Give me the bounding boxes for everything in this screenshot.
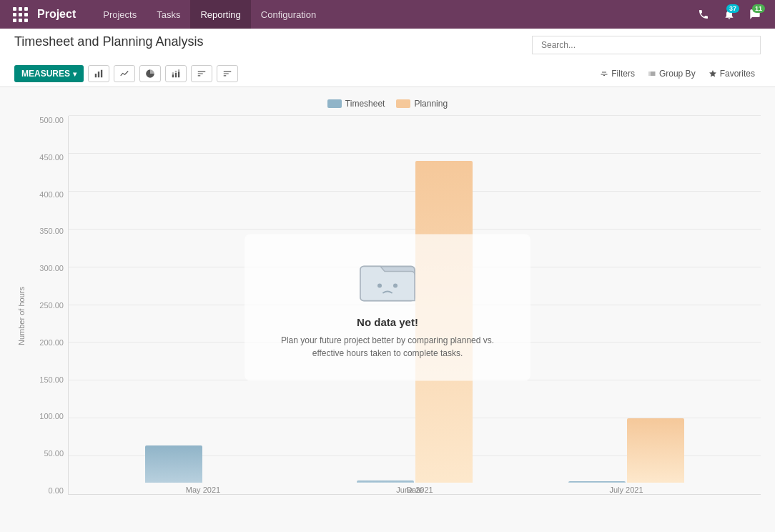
legend-timesheet: Timesheet bbox=[327, 99, 385, 109]
x-label-may: May 2021 bbox=[186, 486, 220, 494]
svg-rect-2 bbox=[101, 70, 102, 78]
notification-badge: 37 bbox=[726, 4, 739, 13]
header-row1: Timesheet and Planning Analysis bbox=[0, 29, 775, 61]
filter-group: Filters Group By Favorites bbox=[594, 66, 761, 82]
search-input[interactable] bbox=[532, 36, 761, 54]
apps-grid-icon bbox=[13, 7, 28, 22]
empty-state-title: No data yet! bbox=[273, 316, 502, 328]
line-chart-button[interactable] bbox=[114, 65, 135, 82]
groupby-label: Group By bbox=[659, 69, 696, 79]
x-axis-title: Date bbox=[406, 486, 423, 494]
empty-state-description: Plan your future project better by compa… bbox=[273, 334, 502, 360]
y-tick-200: 200.00 bbox=[39, 338, 64, 347]
favorites-label: Favorites bbox=[720, 69, 755, 79]
measures-label: MEASURES bbox=[21, 69, 70, 79]
bar-may-planning bbox=[204, 481, 261, 483]
y-tick-350: 350.00 bbox=[39, 227, 64, 235]
y-tick-0: 0.00 bbox=[49, 486, 64, 495]
legend-timesheet-color bbox=[327, 99, 342, 108]
bar-pair-may bbox=[139, 445, 267, 483]
stack-chart-button[interactable] bbox=[165, 65, 187, 82]
filters-button[interactable]: Filters bbox=[594, 66, 641, 82]
navbar-item-configuration[interactable]: Configuration bbox=[251, 0, 326, 29]
toolbar: MEASURES ▾ Filters Group By Favorites bbox=[0, 61, 775, 87]
bar-chart-button[interactable] bbox=[88, 65, 109, 82]
y-tick-50: 50.00 bbox=[44, 449, 64, 458]
filters-label: Filters bbox=[611, 69, 635, 79]
navbar-right: 37 11 bbox=[692, 3, 766, 26]
svg-rect-6 bbox=[175, 71, 177, 72]
groupby-button[interactable]: Group By bbox=[642, 66, 701, 82]
y-tick-450: 450.00 bbox=[39, 153, 64, 162]
navbar-brand: Project bbox=[31, 8, 82, 21]
svg-rect-7 bbox=[178, 72, 179, 77]
chart-legend: Timesheet Planning bbox=[14, 99, 761, 109]
y-tick-100: 100.00 bbox=[39, 412, 64, 420]
navbar: Project Projects Tasks Reporting Configu… bbox=[0, 0, 775, 29]
y-tick-150: 150.00 bbox=[39, 375, 64, 384]
empty-folder-icon bbox=[359, 256, 416, 302]
legend-planning-color bbox=[396, 99, 410, 108]
measures-caret-icon: ▾ bbox=[73, 70, 76, 78]
svg-rect-8 bbox=[178, 69, 179, 71]
bar-group-july: July 2021 bbox=[562, 418, 691, 494]
svg-rect-5 bbox=[175, 73, 177, 77]
svg-point-11 bbox=[393, 284, 398, 288]
navbar-item-reporting[interactable]: Reporting bbox=[190, 0, 250, 29]
y-ticks: 500.00 450.00 400.00 350.00 300.00 250.0… bbox=[29, 116, 68, 495]
measures-button[interactable]: MEASURES ▾ bbox=[14, 65, 84, 82]
y-axis-label: Number of hours bbox=[14, 116, 29, 516]
x-label-july: July 2021 bbox=[609, 486, 643, 494]
favorites-button[interactable]: Favorites bbox=[703, 66, 761, 82]
bar-june-timesheet bbox=[357, 481, 414, 483]
svg-rect-4 bbox=[172, 72, 174, 74]
legend-planning: Planning bbox=[396, 99, 448, 109]
bar-july-timesheet bbox=[568, 481, 626, 483]
bar-pair-july bbox=[562, 418, 691, 483]
chat-badge: 11 bbox=[752, 4, 765, 13]
y-tick-400: 400.00 bbox=[39, 190, 64, 199]
empty-state: No data yet! Plan your future project be… bbox=[245, 235, 530, 381]
bar-group-may: May 2021 bbox=[139, 445, 267, 494]
legend-planning-label: Planning bbox=[414, 99, 448, 109]
navbar-item-projects[interactable]: Projects bbox=[93, 0, 147, 29]
svg-rect-1 bbox=[98, 72, 99, 77]
pie-chart-button[interactable] bbox=[139, 65, 161, 82]
notifications-button[interactable]: 37 bbox=[718, 3, 741, 26]
bar-may-timesheet bbox=[145, 445, 202, 483]
main-content: Timesheet Planning Number of hours 500.0… bbox=[0, 87, 775, 528]
page-title: Timesheet and Planning Analysis bbox=[14, 34, 204, 55]
bar-july-planning bbox=[627, 418, 684, 483]
navbar-item-tasks[interactable]: Tasks bbox=[147, 0, 190, 29]
navbar-menu: Projects Tasks Reporting Configuration bbox=[93, 0, 326, 29]
legend-timesheet-label: Timesheet bbox=[345, 99, 385, 109]
y-tick-500: 500.00 bbox=[39, 116, 64, 124]
svg-rect-0 bbox=[95, 74, 97, 77]
svg-rect-3 bbox=[172, 74, 174, 77]
svg-point-10 bbox=[377, 284, 382, 288]
apps-menu-button[interactable] bbox=[9, 3, 31, 26]
chat-button[interactable]: 11 bbox=[744, 3, 766, 26]
y-tick-300: 300.00 bbox=[39, 264, 64, 272]
asc-sort-button[interactable] bbox=[191, 65, 212, 82]
y-tick-250: 250.00 bbox=[39, 301, 64, 310]
phone-button[interactable] bbox=[692, 3, 715, 26]
desc-sort-button[interactable] bbox=[217, 65, 238, 82]
